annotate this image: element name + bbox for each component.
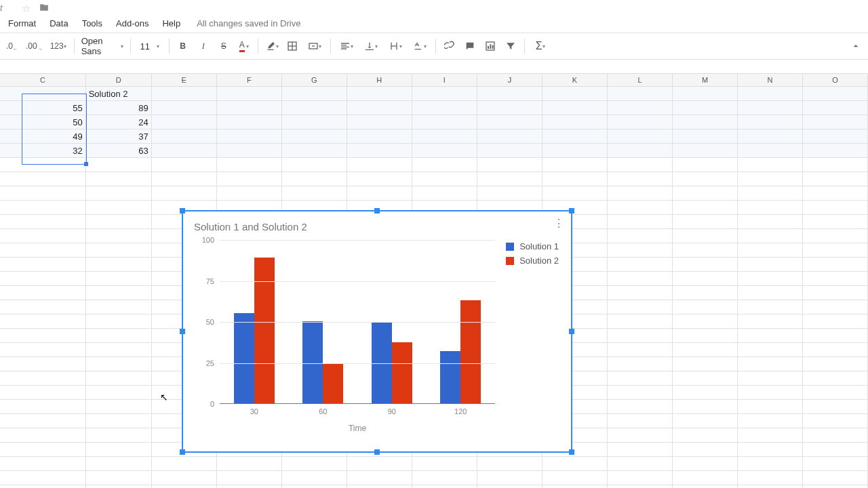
cell[interactable]: [608, 215, 673, 228]
cell[interactable]: 24: [86, 115, 152, 129]
cell[interactable]: [738, 201, 803, 214]
cell[interactable]: [803, 300, 868, 314]
cell[interactable]: [412, 87, 477, 100]
cell[interactable]: Solution 2: [86, 87, 152, 100]
strikethrough-button[interactable]: S: [214, 37, 233, 56]
cell[interactable]: [217, 129, 282, 143]
col-header-d[interactable]: D: [86, 74, 152, 86]
col-header-o[interactable]: O: [803, 74, 868, 86]
cell[interactable]: [477, 144, 542, 157]
cell[interactable]: [0, 286, 86, 300]
cell[interactable]: [0, 471, 86, 485]
cell[interactable]: [152, 186, 217, 200]
cell[interactable]: [282, 457, 347, 470]
cell[interactable]: [152, 485, 217, 488]
cell[interactable]: [738, 286, 803, 300]
cell[interactable]: [217, 186, 282, 200]
cell[interactable]: [86, 443, 152, 456]
menu-addons[interactable]: Add-ons: [109, 16, 155, 31]
cell[interactable]: [347, 158, 412, 171]
cell[interactable]: [608, 485, 673, 488]
cell[interactable]: [608, 201, 673, 214]
cell[interactable]: [152, 87, 217, 100]
cell[interactable]: [86, 186, 152, 200]
cell[interactable]: [738, 471, 803, 485]
cell[interactable]: [282, 485, 347, 488]
text-color-button[interactable]: A▾: [235, 37, 254, 56]
cell[interactable]: [86, 400, 152, 413]
cell[interactable]: [803, 428, 868, 442]
col-header-n[interactable]: N: [738, 74, 803, 86]
col-header-g[interactable]: G: [282, 74, 347, 86]
fill-color-button[interactable]: ▾: [262, 37, 281, 56]
resize-handle[interactable]: [374, 449, 380, 455]
cell[interactable]: [608, 172, 673, 186]
cell[interactable]: [347, 115, 412, 129]
vertical-align-button[interactable]: ▾: [359, 37, 382, 56]
embedded-chart[interactable]: Solution 1 and Solution 2 ⋮ Solution 1 S…: [182, 210, 572, 453]
cell[interactable]: [542, 101, 608, 115]
cell[interactable]: [86, 343, 152, 357]
cell[interactable]: [673, 428, 738, 442]
cell[interactable]: [803, 101, 868, 115]
cell[interactable]: [477, 87, 542, 100]
cell[interactable]: [738, 115, 803, 129]
cell[interactable]: [0, 258, 86, 271]
insert-link-button[interactable]: [440, 37, 459, 56]
cell[interactable]: [86, 329, 152, 342]
cell[interactable]: 89: [86, 101, 152, 115]
cell[interactable]: [608, 371, 673, 385]
cell[interactable]: [803, 457, 868, 470]
cell[interactable]: [673, 243, 738, 257]
cell[interactable]: [152, 129, 217, 143]
cell[interactable]: [803, 314, 868, 328]
cell[interactable]: [0, 314, 86, 328]
cell[interactable]: [608, 314, 673, 328]
cell[interactable]: [412, 172, 477, 186]
cell[interactable]: [0, 229, 86, 243]
cell[interactable]: [673, 471, 738, 485]
cell[interactable]: [0, 329, 86, 342]
cell[interactable]: 49: [0, 129, 86, 143]
col-header-e[interactable]: E: [152, 74, 217, 86]
cell[interactable]: [673, 286, 738, 300]
cell[interactable]: [803, 329, 868, 342]
cell[interactable]: [412, 115, 477, 129]
cell[interactable]: [86, 229, 152, 243]
cell[interactable]: [608, 457, 673, 470]
resize-handle[interactable]: [180, 449, 185, 455]
cell[interactable]: [608, 186, 673, 200]
cell[interactable]: [86, 471, 152, 485]
filter-button[interactable]: [501, 37, 520, 56]
cell[interactable]: [608, 272, 673, 285]
cell[interactable]: [542, 172, 608, 186]
cell[interactable]: [152, 144, 217, 157]
cell[interactable]: [86, 243, 152, 257]
cell[interactable]: [673, 457, 738, 470]
cell[interactable]: [542, 87, 608, 100]
cell[interactable]: [803, 201, 868, 214]
cell[interactable]: [477, 158, 542, 171]
cell[interactable]: [803, 485, 868, 488]
cell[interactable]: [608, 343, 673, 357]
cell[interactable]: 63: [86, 144, 152, 157]
functions-button[interactable]: Σ▾: [529, 37, 552, 56]
cell[interactable]: [0, 414, 86, 428]
font-size-select[interactable]: 11▾: [135, 41, 165, 52]
cell[interactable]: [412, 144, 477, 157]
cell[interactable]: [803, 343, 868, 357]
col-header-c[interactable]: C: [0, 74, 86, 86]
cell[interactable]: [0, 428, 86, 442]
cell[interactable]: [673, 215, 738, 228]
resize-handle[interactable]: [569, 329, 574, 334]
cell[interactable]: [738, 428, 803, 442]
number-format-button[interactable]: 123▾: [47, 37, 70, 56]
cell[interactable]: [803, 172, 868, 186]
cell[interactable]: [0, 158, 86, 171]
cell[interactable]: [673, 229, 738, 243]
cell[interactable]: [412, 186, 477, 200]
cell[interactable]: [0, 400, 86, 413]
cell[interactable]: [803, 400, 868, 413]
col-header-i[interactable]: I: [412, 74, 477, 86]
cell[interactable]: [412, 457, 477, 470]
